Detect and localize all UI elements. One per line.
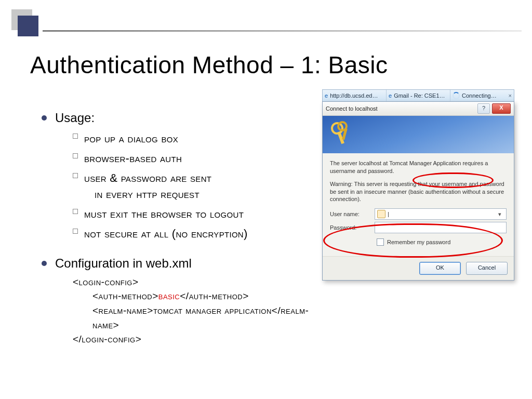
- chevron-down-icon[interactable]: ▾: [496, 211, 504, 218]
- close-tab-icon[interactable]: ×: [509, 92, 512, 99]
- title-rule: [43, 30, 522, 32]
- dialog-warning: Warning: This server is requesting that …: [330, 180, 507, 204]
- svg-point-0: [332, 123, 342, 134]
- dialog-button-row: OK Cancel: [323, 256, 514, 280]
- xml-line: <login-config>: [73, 275, 320, 289]
- xml-line: <realm-name>Tomcat Manager Application</…: [92, 303, 320, 332]
- remember-checkbox-row[interactable]: Remember my password: [377, 238, 507, 246]
- text-caret: |: [388, 211, 389, 217]
- username-field[interactable]: | ▾: [375, 208, 507, 220]
- keys-icon: [330, 121, 353, 147]
- browser-tabbar: ehttp://db.ucsd.ed… eGmail - Re: CSE1… C…: [322, 89, 514, 101]
- close-button[interactable]: X: [492, 103, 511, 114]
- user-icon: [377, 210, 385, 218]
- loading-spinner-icon: [453, 92, 460, 99]
- ok-button[interactable]: OK: [419, 262, 461, 275]
- usage-item: Pop up a dialog box: [73, 130, 320, 147]
- xml-line: </login-config>: [73, 332, 320, 347]
- config-heading: Configuration in web.xml <login-config> …: [39, 255, 320, 347]
- help-button[interactable]: ?: [477, 103, 490, 114]
- usage-item-continuation: in every http request: [95, 188, 200, 201]
- xml-snippet: <login-config> <auth-method>BASIC</auth-…: [73, 275, 320, 347]
- usage-item: Browser-based auth: [73, 150, 320, 167]
- embedded-screenshot: ehttp://db.ucsd.ed… eGmail - Re: CSE1… C…: [322, 89, 514, 281]
- slide-body: Usage: Pop up a dialog box Browser-based…: [39, 109, 320, 352]
- credentials-form: User name: | ▾ Password:: [330, 208, 507, 246]
- cancel-button[interactable]: Cancel: [466, 262, 508, 275]
- xml-value-highlight: BASIC: [158, 290, 180, 301]
- usage-item: Must exit the browser to logout: [73, 206, 320, 222]
- auth-dialog: Connect to localhost ? X The server loca…: [322, 101, 514, 281]
- usage-item: Not secure at all (no encryption): [73, 225, 320, 242]
- dialog-message: The server localhost at Tomcat Manager A…: [330, 159, 507, 175]
- ie-icon: e: [389, 92, 392, 99]
- checkbox-icon[interactable]: [377, 238, 384, 246]
- password-field[interactable]: [375, 222, 507, 233]
- dialog-titlebar: Connect to localhost ? X: [323, 102, 514, 116]
- usage-item: User & Password are sentin every http re…: [73, 170, 320, 203]
- ie-icon: e: [325, 92, 328, 99]
- remember-label: Remember my password: [387, 239, 450, 245]
- password-label: Password:: [330, 224, 375, 231]
- browser-tab[interactable]: eGmail - Re: CSE1…: [387, 90, 450, 101]
- browser-tab[interactable]: Connecting…×: [450, 90, 514, 101]
- dialog-banner: [323, 116, 514, 153]
- slide-title: Authentication Method – 1: Basic: [30, 51, 388, 79]
- usage-heading: Usage: Pop up a dialog box Browser-based…: [39, 109, 320, 242]
- dialog-title: Connect to localhost: [326, 105, 378, 112]
- xml-line: <auth-method>BASIC</auth-method>: [92, 289, 320, 303]
- realm-name-text: Tomcat Manager Application: [389, 160, 461, 166]
- username-label: User name:: [330, 211, 375, 217]
- browser-tab[interactable]: ehttp://db.ucsd.ed…: [323, 90, 387, 101]
